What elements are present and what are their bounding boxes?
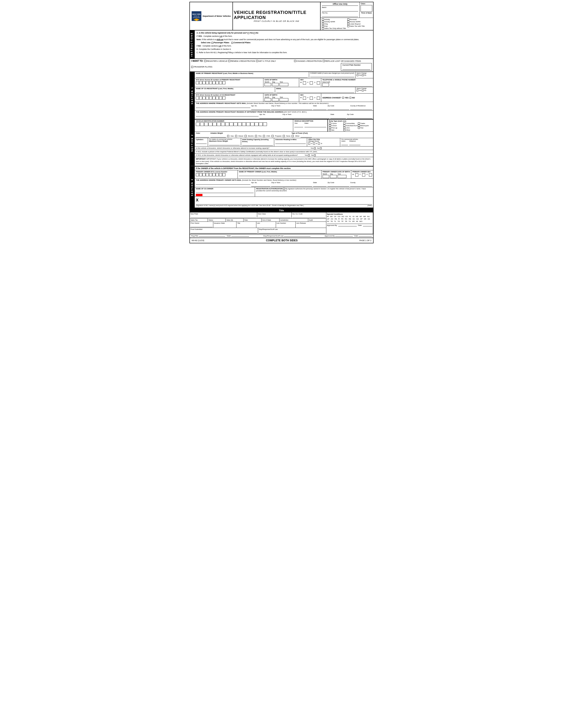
vin-box-2[interactable] bbox=[200, 122, 204, 126]
fuel-electric-cb[interactable] bbox=[244, 135, 246, 137]
id-box-9[interactable] bbox=[222, 81, 225, 84]
limo-q3-no-cb[interactable] bbox=[314, 154, 316, 156]
co-id-box-4[interactable] bbox=[206, 96, 209, 99]
id-box-4[interactable] bbox=[206, 81, 209, 84]
residence-apt-input[interactable] bbox=[259, 115, 282, 118]
ins-co-input[interactable] bbox=[292, 215, 325, 218]
co-id-box-2[interactable] bbox=[199, 96, 202, 99]
co-id-box-1[interactable] bbox=[196, 96, 199, 99]
owner-id-box-2[interactable] bbox=[199, 173, 202, 176]
owner-dob-month-input[interactable] bbox=[323, 175, 329, 178]
body-limo-cb[interactable] bbox=[343, 127, 345, 129]
owner-state-input[interactable] bbox=[313, 184, 327, 187]
co-sex-m-cb[interactable] bbox=[303, 97, 306, 100]
mailing-city-input[interactable] bbox=[271, 107, 312, 110]
passenger-plates-cb[interactable] bbox=[211, 42, 213, 44]
replace-items-cb[interactable] bbox=[323, 60, 325, 62]
co-sex-x-cb[interactable] bbox=[317, 97, 320, 100]
vin-box-17[interactable] bbox=[263, 122, 267, 126]
area-code-input[interactable] bbox=[322, 83, 329, 86]
owner-zip-input[interactable] bbox=[328, 184, 349, 187]
co-id-box-7[interactable] bbox=[216, 96, 219, 99]
co-id-box-9[interactable] bbox=[222, 96, 225, 99]
addr-change-no-cb[interactable] bbox=[350, 97, 351, 99]
vin-box-6[interactable] bbox=[217, 122, 221, 126]
mailing-state-input[interactable] bbox=[313, 107, 327, 110]
fuel-cng-cb[interactable] bbox=[263, 135, 265, 137]
vin-box-1[interactable] bbox=[196, 122, 200, 126]
sex-m-cb[interactable] bbox=[303, 81, 306, 84]
date-input[interactable] bbox=[363, 224, 372, 226]
owner-sex-x-cb[interactable] bbox=[369, 173, 372, 176]
primary-registrant-input[interactable] bbox=[196, 75, 308, 78]
owner-apt-input[interactable] bbox=[251, 184, 270, 187]
body-4door-cb[interactable] bbox=[329, 125, 331, 127]
mailing-street-input[interactable] bbox=[196, 105, 250, 108]
co-dob-year-input[interactable] bbox=[279, 98, 289, 101]
owner-id-box-1[interactable] bbox=[196, 173, 199, 176]
vin-box-12[interactable] bbox=[242, 122, 246, 126]
activity-checkbox[interactable] bbox=[322, 19, 324, 21]
owner-city-input[interactable] bbox=[271, 184, 312, 187]
vin-box-4[interactable] bbox=[208, 122, 212, 126]
owner-id-box-8[interactable] bbox=[219, 173, 222, 176]
mileage-e-cb[interactable] bbox=[313, 143, 315, 144]
co-sex-f-cb[interactable] bbox=[310, 97, 313, 100]
change-registration-cb[interactable] bbox=[294, 60, 296, 62]
renew-registration-option[interactable]: RENEW A REGISTRATION bbox=[228, 60, 255, 62]
fuel-propane-cb[interactable] bbox=[271, 135, 273, 137]
commercial-plates-cb[interactable] bbox=[231, 42, 233, 44]
axles-input[interactable] bbox=[341, 142, 348, 145]
id-box-8[interactable] bbox=[219, 81, 222, 84]
sales-tax-only-checkbox[interactable] bbox=[322, 27, 324, 29]
mgw-input[interactable] bbox=[209, 142, 240, 145]
owner-street-input[interactable] bbox=[196, 182, 250, 185]
fuel-diesel-cb[interactable] bbox=[235, 135, 237, 137]
seating-input[interactable] bbox=[242, 143, 273, 146]
limo-q3-yes-cb[interactable] bbox=[308, 154, 310, 156]
owner-dob-year-input[interactable] bbox=[338, 175, 347, 178]
residence-street-input[interactable] bbox=[196, 113, 258, 116]
vin-box-10[interactable] bbox=[233, 122, 237, 126]
limo-q1-no-cb[interactable] bbox=[320, 147, 322, 149]
body-suburban-cb[interactable] bbox=[343, 125, 345, 127]
fuel-flex-cb[interactable] bbox=[255, 135, 257, 137]
sex-f-cb[interactable] bbox=[310, 81, 313, 84]
email-input[interactable] bbox=[276, 90, 354, 93]
dob-year-input[interactable] bbox=[279, 83, 289, 86]
vin-box-14[interactable] bbox=[250, 122, 254, 126]
new-class-input[interactable] bbox=[258, 215, 291, 218]
co-registrant-input[interactable] bbox=[196, 90, 274, 93]
residence-state-input[interactable] bbox=[330, 115, 346, 118]
addr-change-yes-cb[interactable] bbox=[342, 97, 344, 99]
transfer-plates-option[interactable]: TRANSFER PLATES bbox=[191, 66, 212, 68]
proof-submitted-input[interactable] bbox=[190, 230, 257, 233]
personal-use-yes-cb[interactable] bbox=[247, 32, 249, 34]
mileage-a-cb[interactable] bbox=[308, 143, 310, 144]
owner-id-box-9[interactable] bbox=[222, 173, 225, 176]
co-dob-month-input[interactable] bbox=[264, 98, 271, 101]
distance-input[interactable] bbox=[349, 142, 360, 145]
name-change-no-cb[interactable] bbox=[362, 74, 364, 76]
vin-box-8[interactable] bbox=[225, 122, 229, 126]
replace-items-option[interactable]: REPLACE LOST OR DAMAGED ITEMS bbox=[323, 60, 361, 62]
id-box-3[interactable] bbox=[202, 81, 205, 84]
body-trailer-cb[interactable] bbox=[358, 122, 360, 124]
reg-auth-cb[interactable] bbox=[283, 188, 285, 190]
vin-box-16[interactable] bbox=[259, 122, 263, 126]
vin-box-9[interactable] bbox=[229, 122, 233, 126]
stop-response-input[interactable] bbox=[259, 230, 326, 233]
vin-box-13[interactable] bbox=[246, 122, 250, 126]
new-plate-input[interactable] bbox=[190, 215, 256, 218]
id-box-1[interactable] bbox=[196, 81, 199, 84]
id-box-2[interactable] bbox=[199, 81, 202, 84]
vin-box-15[interactable] bbox=[254, 122, 258, 126]
coowner-input[interactable] bbox=[196, 190, 254, 193]
residence-city-input[interactable] bbox=[283, 115, 330, 118]
owner-id-box-3[interactable] bbox=[202, 173, 205, 176]
vin-box-3[interactable] bbox=[204, 122, 208, 126]
renew-wrr-checkbox[interactable] bbox=[347, 21, 349, 23]
owner-id-box-7[interactable] bbox=[216, 173, 219, 176]
co-id-box-3[interactable] bbox=[202, 96, 205, 99]
personal-use-no-cb[interactable] bbox=[253, 32, 255, 34]
